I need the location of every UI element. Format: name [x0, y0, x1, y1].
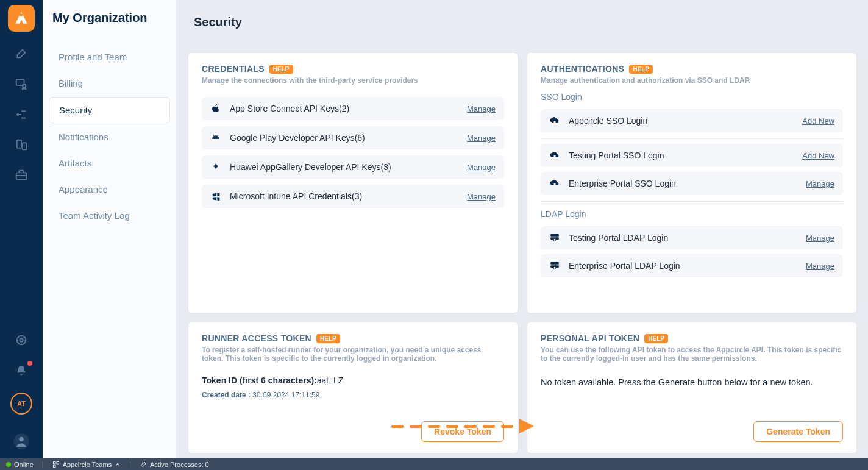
add-new-link[interactable]: Add New [802, 116, 834, 126]
server-lock-icon [549, 232, 560, 243]
runner-token-title: RUNNER ACCESS TOKEN [202, 333, 311, 343]
devices-icon[interactable] [13, 137, 30, 154]
status-online-label: Online [14, 461, 34, 468]
auth-row-appcircle-sso: Appcircle SSO Login Add New [541, 109, 843, 132]
personal-token-help-badge[interactable]: HELP [644, 334, 668, 343]
auth-name: Testing Portal SSO Login [569, 151, 794, 160]
chevron-up-icon [115, 461, 121, 468]
settings-gear-icon[interactable] [13, 332, 30, 349]
microsoft-icon [210, 191, 221, 202]
manage-link[interactable]: Manage [467, 134, 496, 143]
sidebar-item-notifications[interactable]: Notifications [49, 124, 170, 149]
cloud-lock-icon [549, 178, 560, 189]
online-dot-icon [6, 462, 11, 467]
credential-row-apple: App Store Connect API Keys(2) Manage [202, 97, 504, 120]
generate-token-button[interactable]: Generate Token [753, 421, 843, 442]
authentications-help-badge[interactable]: HELP [629, 65, 653, 74]
runner-token-card: RUNNER ACCESS TOKEN HELP To register a s… [188, 322, 518, 454]
auth-name: Enterprise Portal SSO Login [569, 179, 797, 188]
distribution-icon[interactable] [13, 106, 30, 123]
token-created-value: 30.09.2024 17:11:59 [252, 391, 319, 399]
wrench-icon [140, 461, 147, 468]
token-id-value: aat_LZ [317, 376, 344, 385]
svg-rect-12 [554, 183, 556, 185]
credentials-help-badge[interactable]: HELP [269, 65, 293, 74]
svg-rect-19 [53, 461, 55, 464]
build-icon[interactable] [13, 45, 30, 62]
apple-icon [210, 103, 221, 114]
credentials-card: CREDENTIALS HELP Manage the connections … [188, 52, 518, 313]
status-processes[interactable]: Active Processes: 0 [140, 461, 209, 468]
svg-rect-13 [550, 234, 559, 237]
svg-rect-15 [554, 239, 556, 241]
manage-link[interactable]: Manage [467, 192, 496, 201]
manage-link[interactable]: Manage [806, 233, 834, 243]
certificate-icon[interactable] [13, 76, 30, 93]
manage-link[interactable]: Manage [806, 179, 834, 188]
user-menu-icon[interactable] [10, 430, 32, 452]
auth-row-testing-ldap: Testing Portal LDAP Login Manage [541, 226, 843, 249]
manage-link[interactable]: Manage [467, 104, 496, 113]
manage-link[interactable]: Manage [806, 262, 834, 271]
bell-icon[interactable] [13, 362, 30, 379]
server-lock-icon [549, 260, 560, 271]
credential-name: Microsoft Intune API Credentials(3) [230, 191, 458, 201]
page-title: Security [194, 15, 242, 29]
sso-section-label: SSO Login [541, 92, 843, 102]
manage-link[interactable]: Manage [467, 163, 496, 172]
sidebar-item-artifacts[interactable]: Artifacts [49, 151, 170, 176]
credential-name: App Store Connect API Keys(2) [230, 104, 458, 113]
svg-rect-21 [53, 465, 55, 468]
personal-token-title: PERSONAL API TOKEN [541, 333, 639, 343]
main-header: Security [177, 0, 868, 44]
credential-row-huawei: Huawei AppGallery Developer API Keys(3) … [202, 155, 504, 179]
cloud-lock-icon [549, 115, 560, 126]
ldap-section-label: LDAP Login [541, 209, 843, 219]
arrow-annotation [391, 419, 534, 433]
svg-rect-3 [17, 140, 21, 148]
status-teams[interactable]: Appcircle Teams [52, 461, 121, 468]
no-token-message: No token available. Press the Generate b… [541, 377, 843, 387]
svg-rect-11 [554, 155, 556, 157]
svg-point-7 [20, 338, 23, 342]
svg-rect-18 [554, 267, 556, 269]
avatar[interactable]: AT [10, 393, 32, 415]
authentications-title: AUTHENTICATIONS [541, 64, 624, 74]
credentials-title: CREDENTIALS [202, 64, 265, 74]
sidebar-item-security[interactable]: Security [49, 97, 170, 123]
huawei-icon [210, 162, 221, 173]
add-new-link[interactable]: Add New [802, 151, 834, 160]
runner-token-subtitle: To register a self-hosted runner for you… [202, 346, 504, 363]
svg-rect-10 [554, 121, 556, 123]
token-id-label: Token ID (first 6 characters): [202, 376, 317, 385]
status-online[interactable]: Online [6, 461, 34, 468]
personal-token-card: PERSONAL API TOKEN HELP You can use the … [527, 322, 857, 454]
credential-row-microsoft: Microsoft Intune API Credentials(3) Mana… [202, 185, 504, 208]
authentications-card: AUTHENTICATIONS HELP Manage authenticati… [527, 52, 857, 313]
icon-sidebar: AT [0, 0, 43, 458]
auth-row-testing-sso: Testing Portal SSO Login Add New [541, 144, 843, 167]
auth-row-enterprise-sso: Enterprise Portal SSO Login Manage [541, 172, 843, 195]
status-teams-label: Appcircle Teams [63, 461, 112, 468]
credential-name: Google Play Developer API Keys(6) [230, 133, 458, 143]
cloud-lock-icon [549, 150, 560, 161]
status-bar: Online | Appcircle Teams | Active Proces… [0, 458, 868, 470]
svg-point-0 [20, 13, 23, 16]
sidebar-item-billing[interactable]: Billing [49, 71, 170, 96]
briefcase-icon[interactable] [13, 167, 30, 184]
auth-name: Enterprise Portal LDAP Login [569, 261, 797, 271]
main-content: Security CREDENTIALS HELP Manage the con… [177, 0, 868, 458]
auth-name: Testing Portal LDAP Login [569, 233, 797, 243]
sidebar-item-appearance[interactable]: Appearance [49, 177, 170, 202]
credential-row-google: Google Play Developer API Keys(6) Manage [202, 126, 504, 149]
sidebar-item-team-activity-log[interactable]: Team Activity Log [49, 203, 170, 228]
sub-navigation: My Organization Profile and Team Billing… [43, 0, 177, 458]
svg-rect-4 [23, 143, 26, 149]
sidebar-item-profile-team[interactable]: Profile and Team [49, 45, 170, 69]
subnav-title: My Organization [43, 11, 176, 43]
runner-token-help-badge[interactable]: HELP [316, 334, 340, 343]
teams-icon [52, 461, 60, 468]
credential-name: Huawei AppGallery Developer API Keys(3) [230, 162, 458, 172]
status-processes-label: Active Processes: 0 [150, 461, 209, 468]
app-logo[interactable] [8, 5, 35, 32]
